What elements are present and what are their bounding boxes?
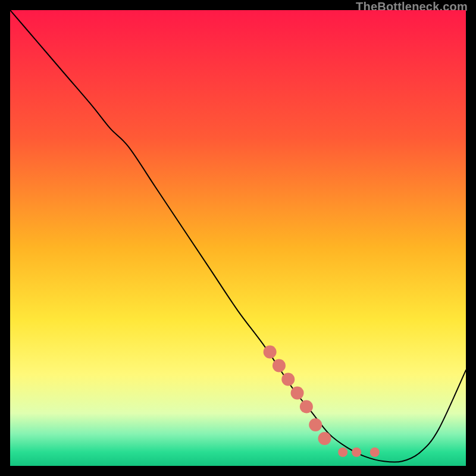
- data-point: [291, 386, 304, 399]
- data-point: [281, 372, 295, 386]
- data-point: [352, 447, 361, 457]
- data-point: [318, 432, 331, 445]
- data-point: [273, 359, 286, 372]
- data-point: [338, 447, 347, 457]
- data-point: [309, 418, 322, 431]
- data-point: [264, 346, 277, 359]
- data-point: [300, 400, 313, 413]
- gradient-background: [10, 10, 466, 466]
- chart-svg: [10, 10, 466, 466]
- chart-frame: TheBottleneck.com: [0, 0, 476, 476]
- chart-plot-area: [10, 10, 466, 466]
- data-point: [370, 447, 380, 457]
